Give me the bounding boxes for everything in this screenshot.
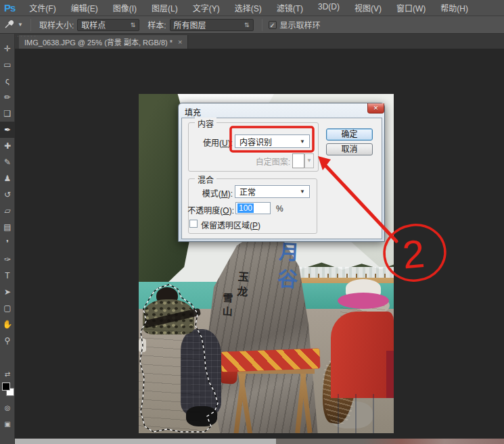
menu-item[interactable]: 视图(V) [347, 0, 389, 16]
sample-size-select[interactable]: 取样点 ⇅ [77, 19, 139, 31]
show-ring-label: 显示取样环 [280, 19, 321, 30]
tool-button[interactable]: ➤ [0, 284, 15, 300]
step-number: 2 [400, 231, 426, 277]
opacity-label: 不透明度(O): [185, 204, 234, 216]
preserve-transparency-checkbox[interactable] [189, 220, 198, 228]
opacity-unit: % [276, 204, 283, 214]
sample-size-label: 取样大小: [39, 19, 74, 30]
ok-button[interactable]: 确定 [326, 128, 373, 141]
eyedropper-icon[interactable] [4, 18, 15, 31]
separator [262, 19, 262, 31]
combo-arrows-icon: ⇅ [239, 22, 250, 28]
options-bar: ▼ 取样大小: 取样点 ⇅ 样本: 所有图层 ⇅ ✓ 显示取样环 [0, 16, 504, 34]
tool-button[interactable]: ▭ [0, 57, 15, 73]
fill-dialog: 填充 ✕ 内容 使用(U): 内容识别 ▼ 自定图案: ▼ 混合 模式(M): … [178, 103, 385, 242]
mode-label: 模式(M): [198, 187, 233, 199]
screen-mode-icon[interactable]: ▣ [0, 420, 15, 428]
tool-palette: ✛▭ς✏❑✒✚✎♟↺▱▤❜✑T➤▢✋⚲ ⇄ ◎ ▣ [0, 34, 15, 444]
tool-button[interactable]: ❜ [0, 235, 15, 251]
dialog-close-button[interactable]: ✕ [367, 103, 384, 114]
use-label: 使用(U): [192, 137, 233, 148]
use-select[interactable]: 内容识别 ▼ [235, 134, 310, 148]
content-group-label: 内容 [195, 118, 216, 129]
tool-button[interactable]: ✚ [0, 138, 15, 154]
quick-mask-icon[interactable]: ◎ [0, 404, 15, 412]
opacity-input[interactable]: 100 [235, 202, 271, 214]
bottom-strip-right [276, 439, 504, 444]
tool-button[interactable]: ▱ [0, 203, 15, 219]
tool-button[interactable]: ✎ [0, 154, 15, 170]
sample-size-value: 取样点 [81, 19, 106, 30]
tool-button[interactable]: T [0, 268, 15, 284]
dropdown-arrow-icon: ▼ [300, 139, 305, 145]
tool-button[interactable]: ✑ [0, 251, 15, 268]
tool-button[interactable]: ⚲ [0, 332, 15, 349]
tool-button[interactable]: ▤ [0, 219, 15, 235]
bottom-strip-left [15, 439, 276, 444]
tool-button[interactable]: ↺ [0, 187, 15, 203]
custom-pattern-swatch[interactable] [292, 153, 304, 168]
tool-button[interactable]: ✒ [0, 122, 15, 138]
sample-select[interactable]: 所有图层 ⇅ [170, 19, 254, 31]
menu-item[interactable]: 图像(I) [106, 0, 144, 16]
photoshop-logo: Ps [0, 2, 22, 14]
menu-item[interactable]: 滤镜(T) [269, 0, 311, 16]
menu-item[interactable]: 文字(Y) [185, 0, 227, 16]
dropdown-arrow-icon: ▼ [300, 189, 305, 195]
tool-list: ✛▭ς✏❑✒✚✎♟↺▱▤❜✑T➤▢✋⚲ [0, 41, 15, 349]
tool-button[interactable]: ς [0, 73, 15, 89]
document-tab[interactable]: IMG_0638.JPG @ 25% (背景 副本, RGB/8) * × [19, 35, 188, 49]
menu-bar: Ps 文件(F)编辑(E)图像(I)图层(L)文字(Y)选择(S)滤镜(T)3D… [0, 0, 504, 16]
custom-pattern-label: 自定图案: [233, 155, 290, 167]
mode-select[interactable]: 正常 ▼ [235, 185, 310, 198]
tool-button[interactable]: ✏ [0, 89, 15, 105]
preserve-transparency-label: 保留透明区域(P) [201, 219, 260, 230]
tool-button[interactable]: ▢ [0, 300, 15, 316]
combo-arrows-icon: ⇅ [125, 22, 136, 28]
tab-bar: IMG_0638.JPG @ 25% (背景 副本, RGB/8) * × [15, 34, 504, 49]
foreground-color-swatch[interactable] [2, 383, 10, 391]
document-tab-title: IMG_0638.JPG @ 25% (背景 副本, RGB/8) * [24, 36, 173, 47]
menu-item[interactable]: 帮助(H) [433, 0, 476, 16]
opacity-value: 100 [237, 203, 254, 213]
swap-colors-icon[interactable]: ⇄ [0, 370, 15, 378]
tab-close-icon[interactable]: × [178, 38, 182, 46]
use-value: 内容识别 [239, 136, 272, 147]
tool-button[interactable]: ❑ [0, 105, 15, 122]
tool-button[interactable]: ✋ [0, 316, 15, 332]
fill-dialog-title: 填充 [185, 106, 201, 118]
sample-value: 所有图层 [174, 19, 206, 30]
tool-button[interactable]: ✛ [0, 41, 15, 57]
menu-item[interactable]: 图层(L) [144, 0, 185, 16]
photoshop-window: Ps 文件(F)编辑(E)图像(I)图层(L)文字(Y)选择(S)滤镜(T)3D… [0, 0, 504, 444]
show-ring-checkbox[interactable]: ✓ [269, 21, 277, 29]
tool-button[interactable]: ♟ [0, 170, 15, 187]
menu-item[interactable]: 编辑(E) [64, 0, 106, 16]
blend-group-label: 混合 [195, 174, 216, 185]
sample-label: 样本: [147, 19, 166, 30]
menu-items: 文件(F)编辑(E)图像(I)图层(L)文字(Y)选择(S)滤镜(T)3D(D)… [22, 0, 476, 16]
separator [30, 19, 31, 31]
cancel-button[interactable]: 取消 [326, 143, 373, 155]
menu-item[interactable]: 3D(D) [311, 0, 347, 16]
menu-item[interactable]: 选择(S) [227, 0, 269, 16]
menu-item[interactable]: 窗口(W) [389, 0, 433, 16]
custom-pattern-arrow-icon[interactable]: ▼ [304, 153, 314, 168]
menu-item[interactable]: 文件(F) [22, 0, 63, 16]
mode-value: 正常 [239, 186, 256, 197]
tool-preset-arrow-icon[interactable]: ▼ [18, 22, 23, 28]
